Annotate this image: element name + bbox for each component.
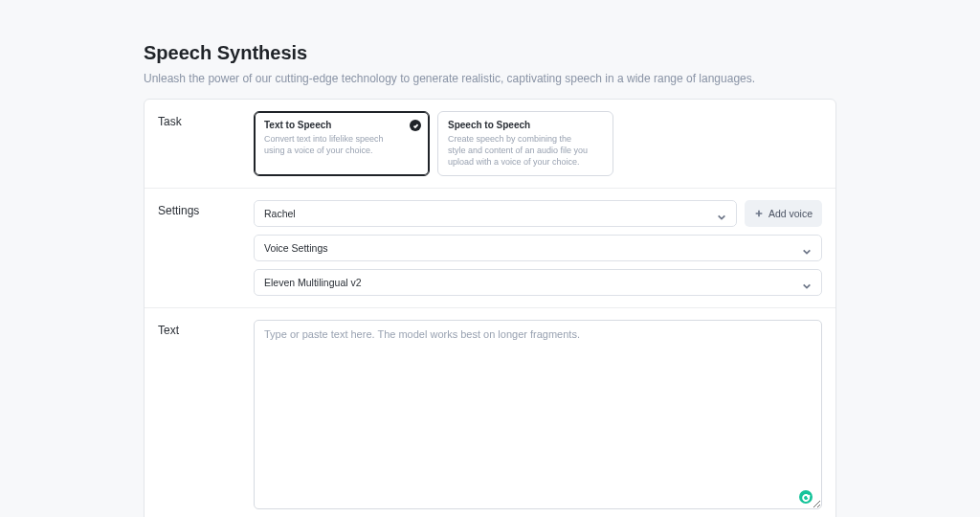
task-card-text-to-speech[interactable]: Text to Speech Convert text into lifelik… bbox=[254, 111, 430, 176]
check-icon bbox=[410, 120, 421, 131]
section-task: Task Text to Speech Convert text into li… bbox=[145, 100, 835, 189]
section-settings: Settings Rachel Add voice bbox=[145, 189, 835, 308]
task-card-title: Text to Speech bbox=[264, 120, 406, 130]
task-card-title: Speech to Speech bbox=[448, 120, 590, 130]
task-card-speech-to-speech[interactable]: Speech to Speech Create speech by combin… bbox=[437, 111, 613, 176]
chevron-down-icon bbox=[802, 278, 812, 287]
section-label-settings: Settings bbox=[158, 200, 254, 217]
add-voice-label: Add voice bbox=[768, 208, 813, 219]
chevron-down-icon bbox=[802, 243, 812, 253]
task-card-desc: Create speech by combining the style and… bbox=[448, 133, 590, 168]
main-card: Task Text to Speech Convert text into li… bbox=[144, 99, 836, 517]
section-label-task: Task bbox=[158, 111, 254, 128]
section-text: Text 0 / 2500 Total quota remaining: 195… bbox=[145, 308, 835, 517]
text-input[interactable] bbox=[254, 320, 822, 509]
voice-settings-label: Voice Settings bbox=[264, 242, 328, 254]
plus-icon bbox=[754, 209, 764, 218]
task-card-desc: Convert text into lifelike speech using … bbox=[264, 133, 406, 156]
model-select-value: Eleven Multilingual v2 bbox=[264, 277, 362, 288]
add-voice-button[interactable]: Add voice bbox=[745, 200, 822, 227]
textarea-wrapper bbox=[254, 320, 822, 513]
model-select[interactable]: Eleven Multilingual v2 bbox=[254, 269, 822, 296]
task-options-row: Text to Speech Convert text into lifelik… bbox=[254, 111, 822, 176]
page-subtitle: Unleash the power of our cutting-edge te… bbox=[144, 72, 836, 85]
voice-select-value: Rachel bbox=[264, 208, 296, 219]
page-title: Speech Synthesis bbox=[144, 42, 836, 64]
section-label-text: Text bbox=[158, 320, 254, 337]
voice-settings-expand[interactable]: Voice Settings bbox=[254, 235, 822, 261]
chevron-down-icon bbox=[717, 209, 726, 218]
voice-select[interactable]: Rachel bbox=[254, 200, 737, 227]
